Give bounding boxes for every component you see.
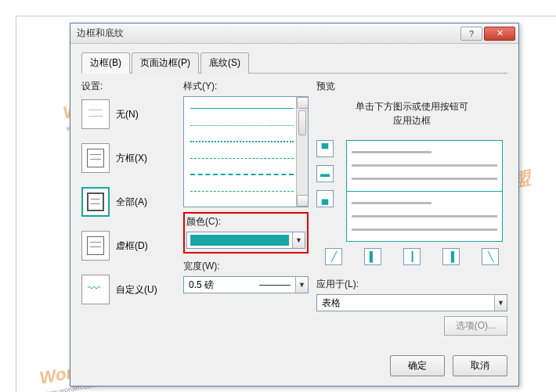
style-listbox[interactable]: ▲ ▼: [183, 96, 309, 207]
preview-hint: 单击下方图示或使用按钮可应用边框: [316, 99, 507, 128]
border-hmid-button[interactable]: ▬: [316, 165, 334, 182]
scroll-up-icon[interactable]: ▲: [297, 97, 309, 109]
border-vmid-button[interactable]: ┃: [403, 248, 421, 265]
help-button[interactable]: ?: [460, 27, 482, 41]
setting-none[interactable]: 无(N): [81, 99, 175, 129]
tab-page-border[interactable]: 页面边框(P): [132, 52, 199, 74]
close-button[interactable]: ✕: [484, 27, 515, 41]
preview-label: 预览: [316, 80, 507, 93]
chevron-down-icon[interactable]: ▼: [292, 232, 305, 248]
chevron-down-icon[interactable]: ▼: [295, 277, 308, 293]
preview-area: ▀ ▬ ▄ ╱ ▌ ┃ ▐: [316, 140, 507, 242]
style-scrollbar[interactable]: ▲ ▼: [296, 97, 308, 207]
width-combo[interactable]: 0.5 磅 ▼: [183, 276, 309, 293]
border-left-button[interactable]: ▌: [364, 248, 381, 265]
tab-shading[interactable]: 底纹(S): [200, 52, 249, 74]
setting-all[interactable]: 全部(A): [81, 187, 175, 217]
cancel-button[interactable]: 取消: [453, 355, 507, 376]
chevron-down-icon[interactable]: ▼: [494, 295, 507, 311]
scroll-down-icon[interactable]: ▼: [297, 195, 309, 207]
dialog-title: 边框和底纹: [77, 27, 124, 40]
dialog-borders-shading: 边框和底纹 ? ✕ 边框(B) 页面边框(P) 底纹(S) 设置: 无(N): [70, 23, 519, 387]
color-label: 颜色(C):: [186, 215, 305, 228]
color-swatch: [190, 235, 289, 246]
titlebar[interactable]: 边框和底纹 ? ✕: [70, 23, 518, 44]
border-right-button[interactable]: ▐: [442, 248, 460, 265]
border-diag1-button[interactable]: ╱: [325, 248, 342, 265]
apply-to-combo[interactable]: 表格 ▼: [316, 294, 507, 311]
setting-custom[interactable]: 自定义(U): [81, 275, 175, 304]
options-button[interactable]: 选项(O)...: [444, 316, 507, 336]
tab-borders[interactable]: 边框(B): [81, 52, 130, 74]
border-diag2-button[interactable]: ╲: [482, 248, 499, 265]
setting-box[interactable]: 方框(X): [81, 143, 175, 173]
tabstrip: 边框(B) 页面边框(P) 底纹(S): [81, 52, 507, 74]
scroll-thumb[interactable]: [298, 110, 306, 135]
highlight-box: 颜色(C): ▼: [183, 212, 309, 254]
border-bottom-button[interactable]: ▄: [316, 190, 334, 207]
border-top-button[interactable]: ▀: [316, 140, 334, 157]
settings-label: 设置:: [81, 80, 175, 93]
preview-sample[interactable]: [346, 140, 503, 242]
ok-button[interactable]: 确定: [390, 355, 445, 376]
apply-to-label: 应用于(L):: [316, 278, 507, 291]
setting-grid[interactable]: 虚框(D): [81, 231, 175, 261]
style-label: 样式(Y):: [183, 80, 309, 93]
outer-frame: Word联盟www.wordlm.com Word联盟www.wordlm.co…: [16, 16, 556, 392]
width-label: 宽度(W):: [183, 260, 309, 273]
color-combo[interactable]: ▼: [186, 232, 305, 249]
